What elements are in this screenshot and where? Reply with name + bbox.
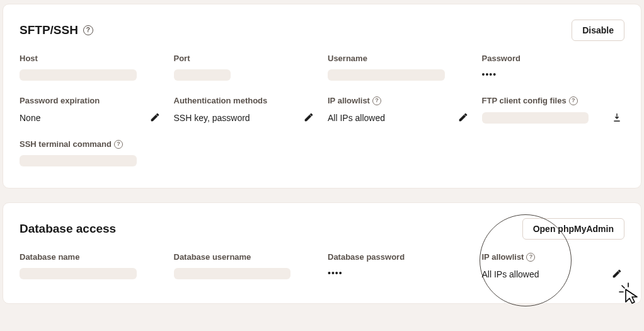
- edit-icon[interactable]: [612, 269, 622, 281]
- db-title: Database access: [20, 222, 116, 236]
- field-auth-methods: Authentication methods SSH key, password: [174, 96, 317, 124]
- password-exp-value: None: [20, 113, 40, 123]
- username-label: Username: [328, 54, 471, 63]
- db-name-placeholder: [20, 268, 137, 279]
- ftp-config-label: FTP client config files ?: [482, 96, 625, 105]
- download-icon[interactable]: [612, 112, 622, 124]
- title-text: Database access: [20, 222, 116, 236]
- card-header: SFTP/SSH ? Disable: [20, 20, 624, 41]
- help-icon[interactable]: ?: [83, 25, 93, 35]
- port-value-placeholder: [174, 69, 231, 81]
- database-access-card: Database access Open phpMyAdmin Database…: [3, 202, 641, 304]
- svg-line-0: [622, 286, 624, 288]
- port-label: Port: [174, 54, 317, 63]
- field-ftp-config: FTP client config files ?: [482, 96, 625, 124]
- title-text: SFTP/SSH: [20, 23, 78, 37]
- disable-button[interactable]: Disable: [572, 20, 624, 41]
- ftp-config-placeholder: [482, 112, 589, 124]
- username-value-placeholder: [328, 69, 445, 81]
- db-password-label: Database password: [328, 252, 471, 262]
- field-host: Host: [20, 54, 163, 81]
- password-exp-value-row: None: [20, 112, 163, 124]
- auth-methods-value: SSH key, password: [174, 113, 250, 123]
- help-icon[interactable]: ?: [526, 253, 535, 262]
- host-label: Host: [20, 54, 163, 63]
- help-icon[interactable]: ?: [569, 96, 578, 105]
- field-db-name: Database name: [20, 252, 163, 281]
- db-ip-allowlist-value: All IPs allowed: [482, 269, 539, 279]
- edit-icon[interactable]: [150, 112, 160, 124]
- ip-allowlist-value: All IPs allowed: [328, 113, 385, 123]
- sftp-ssh-card: SFTP/SSH ? Disable Host Port Username Pa…: [3, 4, 641, 189]
- sftp-title: SFTP/SSH ?: [20, 23, 93, 37]
- db-ip-allowlist-value-row: All IPs allowed: [482, 268, 625, 281]
- db-ip-allowlist-label-text: IP allowlist: [482, 252, 524, 262]
- open-phpmyadmin-button[interactable]: Open phpMyAdmin: [522, 218, 624, 240]
- field-ssh-command: SSH terminal command ?: [20, 139, 163, 166]
- edit-icon[interactable]: [458, 112, 468, 124]
- sftp-fields-grid: Host Port Username Password •••• Passwor…: [20, 54, 624, 166]
- ftp-config-label-text: FTP client config files: [482, 96, 566, 105]
- card-header: Database access Open phpMyAdmin: [20, 218, 624, 240]
- ssh-cmd-placeholder: [20, 155, 137, 166]
- cursor-arrow-annotation: [617, 281, 642, 306]
- db-username-placeholder: [174, 268, 291, 279]
- db-name-label: Database name: [20, 252, 163, 262]
- password-value: ••••: [482, 69, 625, 79]
- ip-allowlist-value-row: All IPs allowed: [328, 112, 471, 124]
- field-password: Password ••••: [482, 54, 625, 81]
- ftp-config-value-row: [482, 112, 625, 124]
- field-password-expiration: Password expiration None: [20, 96, 163, 124]
- help-icon[interactable]: ?: [114, 140, 123, 149]
- field-db-username: Database username: [174, 252, 317, 281]
- auth-methods-value-row: SSH key, password: [174, 112, 317, 124]
- ip-allowlist-label-text: IP allowlist: [328, 96, 370, 105]
- ssh-cmd-label-text: SSH terminal command: [20, 139, 112, 149]
- field-ip-allowlist: IP allowlist ? All IPs allowed: [328, 96, 471, 124]
- ssh-cmd-label: SSH terminal command ?: [20, 139, 163, 149]
- field-port: Port: [174, 54, 317, 81]
- ip-allowlist-label: IP allowlist ?: [328, 96, 471, 105]
- field-db-password: Database password ••••: [328, 252, 471, 281]
- db-fields-grid: Database name Database username Database…: [20, 252, 624, 281]
- password-exp-label: Password expiration: [20, 96, 163, 105]
- db-password-value: ••••: [328, 268, 471, 278]
- password-label: Password: [482, 54, 625, 63]
- db-ip-allowlist-label: IP allowlist ?: [482, 252, 625, 262]
- help-icon[interactable]: ?: [372, 96, 381, 105]
- host-value-placeholder: [20, 69, 137, 81]
- edit-icon[interactable]: [304, 112, 314, 124]
- field-username: Username: [328, 54, 471, 81]
- field-db-ip-allowlist: IP allowlist ? All IPs allowed: [482, 252, 625, 281]
- db-username-label: Database username: [174, 252, 317, 262]
- auth-methods-label: Authentication methods: [174, 96, 317, 105]
